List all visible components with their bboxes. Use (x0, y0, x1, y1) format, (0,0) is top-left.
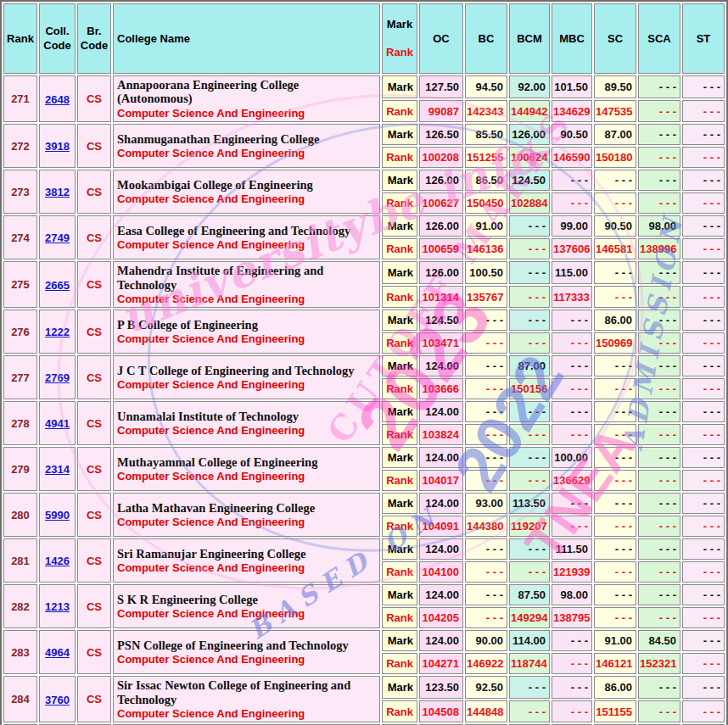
rank-cell: 284 (3, 676, 37, 722)
college-name: P B College of Engineering (117, 318, 376, 332)
college-row-mark: 274 2749 CS Easa College of Engineering … (3, 215, 725, 237)
college-name-cell: Mahendra Institute of Engineering and Te… (113, 261, 380, 308)
mark-bc-cell: - - - (465, 310, 507, 331)
college-name: Unnamalai Institute of Technology (117, 410, 376, 423)
mark-bc-cell: 86.50 (465, 170, 507, 191)
college-row-mark: 273 3812 CS Mookambigai College of Engin… (3, 170, 725, 191)
college-code-link[interactable]: 2314 (45, 463, 70, 476)
mark-bcm-cell: 114.00 (509, 630, 550, 651)
br-code-cell: CS (77, 124, 111, 168)
rank-sca-cell: - - - (638, 192, 680, 214)
rank-st-cell: - - - (682, 286, 725, 309)
mark-st-cell: - - - (682, 261, 725, 284)
mark-sc-cell: - - - (594, 538, 636, 560)
college-branch: Computer Science And Engineering (117, 107, 376, 120)
col-header-mark-rank: Mark Rank (382, 3, 417, 74)
rank-bc-cell: 142343 (465, 100, 507, 123)
rank-bcm-cell: - - - (509, 424, 550, 445)
rank-sc-cell: - - - (594, 561, 636, 583)
rank-label-cell: Rank (382, 238, 417, 259)
rank-mbc-cell: - - - (552, 700, 592, 723)
mark-st-cell: - - - (682, 630, 725, 651)
col-header-bc: BC (465, 3, 507, 74)
br-code-cell: CS (77, 310, 111, 354)
mark-st-cell: - - - (682, 124, 725, 145)
mark-mbc-cell: - - - (552, 630, 592, 651)
mark-mbc-cell: - - - (552, 401, 592, 422)
college-code-link[interactable]: 4964 (45, 646, 70, 659)
college-code-link[interactable]: 2749 (45, 231, 70, 244)
rank-cell: 273 (3, 170, 37, 214)
mark-label-cell: Mark (382, 493, 417, 514)
rank-sc-cell: - - - (594, 516, 636, 537)
mark-sca-cell: - - - (638, 170, 680, 191)
college-branch: Computer Science And Engineering (117, 561, 376, 575)
coll-code-cell: 2314 (39, 447, 76, 491)
mark-bc-cell: 85.50 (465, 124, 507, 145)
mark-sc-cell: 86.00 (594, 310, 636, 331)
college-code-link[interactable]: 1426 (45, 555, 70, 567)
mark-bcm-cell: 92.00 (509, 75, 550, 98)
rank-sc-cell: 150969 (594, 332, 636, 354)
rank-oc-cell: 103666 (419, 378, 463, 399)
rank-st-cell: - - - (682, 147, 725, 168)
col-header-bcm: BCM (509, 3, 550, 74)
rank-bcm-cell: 118744 (509, 653, 550, 674)
college-code-link[interactable]: 2648 (45, 93, 70, 106)
college-row-mark: 282 1213 CS S K R Engineering College Co… (3, 584, 725, 605)
rank-st-cell: - - - (682, 700, 725, 723)
rank-bcm-cell: - - - (509, 286, 550, 309)
mark-label-cell: Mark (382, 630, 417, 651)
college-code-link[interactable]: 3760 (45, 694, 70, 706)
rank-sc-cell: 146581 (594, 238, 636, 259)
college-code-link[interactable]: 2769 (45, 371, 70, 384)
college-code-link[interactable]: 1222 (45, 326, 70, 338)
college-code-link[interactable]: 2665 (45, 279, 70, 292)
college-code-link[interactable]: 1213 (45, 600, 70, 613)
college-code-link[interactable]: 4941 (45, 417, 70, 430)
mark-bc-cell: 92.50 (465, 676, 507, 699)
college-branch: Computer Science And Engineering (117, 707, 376, 721)
col-header-coll-code: Coll. Code (39, 3, 76, 74)
mark-st-cell: - - - (682, 401, 725, 422)
rank-label-cell: Rank (382, 192, 417, 214)
mark-bcm-cell: 87.00 (509, 355, 550, 376)
mark-label-cell: Mark (382, 355, 417, 376)
rank-cell: 283 (3, 630, 37, 674)
rank-sc-cell: 146121 (594, 653, 636, 674)
college-code-link[interactable]: 5990 (45, 509, 70, 521)
br-code-cell: CS (77, 630, 111, 674)
rank-label-cell: Rank (382, 286, 417, 309)
mark-st-cell: - - - (682, 355, 725, 376)
rank-oc-cell: 104091 (419, 516, 463, 537)
rank-mbc-cell: - - - (552, 332, 592, 354)
rank-st-cell: - - - (682, 378, 725, 399)
college-row-mark: 272 3918 CS Shanmuganathan Engineering C… (3, 124, 725, 145)
college-row-mark: 277 2769 CS J C T College of Engineering… (3, 355, 725, 376)
rank-sc-cell: - - - (594, 192, 636, 214)
rank-oc-cell: 104508 (419, 700, 463, 723)
col-header-br-code: Br. Code (77, 3, 111, 74)
col-header-sc: SC (594, 3, 636, 74)
rank-bcm-cell: - - - (509, 470, 550, 491)
mark-oc-cell: 124.00 (419, 493, 463, 514)
college-row-mark: 283 4964 CS PSN College of Engineering a… (3, 630, 725, 651)
rank-bc-cell: - - - (465, 607, 507, 628)
college-code-link[interactable]: 3812 (45, 186, 70, 198)
mark-bcm-cell: - - - (509, 310, 550, 331)
college-branch: Computer Science And Engineering (117, 192, 376, 206)
mark-mbc-cell: - - - (552, 676, 592, 699)
br-code-cell: CS (77, 493, 111, 537)
college-code-link[interactable]: 3918 (45, 140, 70, 153)
rank-cell: 275 (3, 261, 37, 308)
coll-code-cell: 3918 (39, 124, 76, 168)
rank-cell: 282 (3, 584, 37, 628)
rank-st-cell: - - - (682, 561, 725, 583)
rank-bcm-cell: 149294 (509, 607, 550, 628)
mark-label-cell: Mark (382, 676, 417, 699)
mark-bc-cell: 94.50 (465, 75, 507, 98)
br-code-cell: CS (77, 447, 111, 491)
rank-bcm-cell: - - - (509, 700, 550, 723)
college-name: PSN College of Engineering and Technolog… (117, 639, 376, 652)
rank-bc-cell: 135767 (465, 286, 507, 309)
